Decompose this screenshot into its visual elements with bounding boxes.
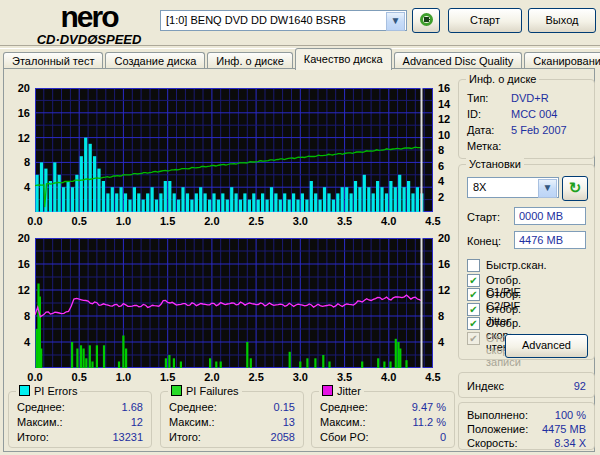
stat-label: Среднее: xyxy=(17,401,65,413)
end-position-input[interactable] xyxy=(514,231,586,249)
progress-row: Выполнено:100 % xyxy=(467,409,586,422)
y-axis-tick-left: 20 xyxy=(2,82,30,94)
progress-row: Скорость:8.34 X xyxy=(467,437,586,450)
tab-disc-quality[interactable]: Качество диска xyxy=(295,48,392,70)
start-position-input[interactable] xyxy=(514,207,586,225)
exit-button[interactable]: Выход xyxy=(528,8,596,33)
tab-strip: Эталонный тестСоздание дискаИнф. о диске… xyxy=(3,48,600,69)
y-axis-tick-left: 8 xyxy=(2,156,30,168)
stat-row: Среднее:1.68 xyxy=(17,401,143,414)
stat-label: Итого: xyxy=(17,431,49,443)
stat-row: Итого:13231 xyxy=(17,431,143,444)
nero-logo: nero CD·DVDØSPEED xyxy=(14,2,164,46)
speed-select-value: 8X xyxy=(473,181,486,193)
stat-box-title: Jitter xyxy=(319,385,364,397)
stat-row: Максим.:12 xyxy=(17,416,143,429)
start-position-label: Старт: xyxy=(467,211,500,223)
progress-label: Выполнено: xyxy=(467,409,528,421)
disc-info-row: Метка: xyxy=(467,140,586,153)
y-axis-tick-left: 8 xyxy=(2,310,30,322)
x-axis-tick: 1.5 xyxy=(155,371,181,383)
x-axis-tick: 1.0 xyxy=(110,215,136,227)
disc-info-row: Дата:5 Feb 2007 xyxy=(467,124,586,137)
advanced-button[interactable]: Advanced xyxy=(505,334,588,358)
y-axis-tick-left: 12 xyxy=(2,284,30,296)
y-axis-tick-left: 16 xyxy=(2,107,30,119)
pi-failures-legend-icon xyxy=(171,385,182,396)
progress-label: Положение: xyxy=(467,423,528,435)
start-button[interactable]: Старт xyxy=(448,8,522,33)
speed-select[interactable]: 8X ▼ xyxy=(467,177,559,198)
nero-cd-dvd-speed-window: nero CD·DVDØSPEED [1:0] BENQ DVD DD DW16… xyxy=(0,0,600,455)
x-axis-tick: 0.5 xyxy=(66,371,92,383)
progress-value: 100 % xyxy=(555,409,586,421)
y-axis-tick-left: 16 xyxy=(2,258,30,270)
progress-label: Скорость: xyxy=(467,437,518,449)
stat-row: Максим.:11.2 % xyxy=(320,416,446,429)
index-value: 92 xyxy=(574,380,586,392)
stat-value: 12 xyxy=(131,416,143,428)
progress-group: Выполнено:100 %Положение:4475 MBСкорость… xyxy=(458,402,595,450)
stat-label: Среднее: xyxy=(169,401,217,413)
checked-checkbox-icon[interactable]: ✔ xyxy=(467,274,480,287)
disc-info-row: ID:MCC 004 xyxy=(467,108,586,121)
end-position-label: Конец: xyxy=(467,235,501,247)
stat-box-title: PI Failures xyxy=(168,385,242,397)
x-axis-tick: 4.5 xyxy=(420,371,446,383)
disc-info-label: Метка: xyxy=(467,140,501,152)
disc-info-label: Дата: xyxy=(467,124,494,136)
stat-value: 11.2 % xyxy=(413,416,446,428)
y-axis-tick-left: 4 xyxy=(2,336,30,348)
disc-info-label: Тип: xyxy=(467,92,488,104)
x-axis-tick: 3.5 xyxy=(332,371,358,383)
drive-select[interactable]: [1:0] BENQ DVD DD DW1640 BSRB ▼ xyxy=(160,10,407,31)
stat-row: Среднее:0.15 xyxy=(169,401,295,414)
stat-value: 0 xyxy=(440,431,446,443)
disc-info-row: Тип:DVD+R xyxy=(467,92,586,105)
stat-value: 13 xyxy=(283,416,295,428)
stat-label: Максим.: xyxy=(320,416,366,428)
x-axis-tick: 3.0 xyxy=(287,371,313,383)
nero-logo-text: nero xyxy=(14,2,164,32)
checked-checkbox-icon[interactable]: ✔ xyxy=(467,332,480,345)
checked-checkbox-icon[interactable]: ✔ xyxy=(467,317,480,330)
stat-box-pi-failures: PI FailuresСреднее:0.15Максим.:13Итого:2… xyxy=(160,391,304,448)
disc-info-value: DVD+R xyxy=(511,92,549,104)
stat-label: Итого: xyxy=(169,431,201,443)
progress-value: 8.34 X xyxy=(554,437,586,449)
stat-label: Сбои PO: xyxy=(320,431,369,443)
stat-box-jitter: JitterСреднее:9.47 %Максим.:11.2 %Сбои P… xyxy=(311,391,455,448)
pi-failures-chart xyxy=(35,238,433,368)
refresh-button[interactable]: ↻ xyxy=(562,176,588,201)
chevron-down-icon[interactable]: ▼ xyxy=(386,12,405,31)
y-axis-tick-left: 12 xyxy=(2,132,30,144)
eject-button[interactable] xyxy=(412,8,440,33)
checked-checkbox-icon[interactable]: ✔ xyxy=(467,288,480,301)
x-axis-tick: 2.5 xyxy=(243,371,269,383)
stat-row: Сбои PO:0 xyxy=(320,431,446,444)
x-axis-tick: 2.0 xyxy=(199,371,225,383)
y-axis-tick-left: 4 xyxy=(2,181,30,193)
stat-label: Среднее: xyxy=(320,401,368,413)
drive-select-value: [1:0] BENQ DVD DD DW1640 BSRB xyxy=(166,14,346,26)
disc-info-value: MCC 004 xyxy=(511,108,557,120)
stat-row: Итого:2058 xyxy=(169,431,295,444)
stat-row: Максим.:13 xyxy=(169,416,295,429)
disc-info-group: Инф. о диске Тип:DVD+RID:MCC 004Дата:5 F… xyxy=(458,79,595,159)
disc-icon xyxy=(420,13,433,26)
x-axis-tick: 0.0 xyxy=(22,215,48,227)
stat-label: Максим.: xyxy=(169,416,215,428)
stat-value: 0.15 xyxy=(274,401,295,413)
y-axis-tick-left: 20 xyxy=(2,232,30,244)
x-axis-tick: 0.0 xyxy=(22,371,48,383)
stat-value: 1.68 xyxy=(122,401,143,413)
checked-checkbox-icon[interactable]: ✔ xyxy=(467,303,480,316)
progress-value: 4475 MB xyxy=(542,423,586,435)
x-axis-tick: 3.0 xyxy=(287,215,313,227)
checkbox-label: Быстр.скан. xyxy=(486,259,547,271)
x-axis-tick: 4.0 xyxy=(376,371,402,383)
unchecked-checkbox-icon[interactable] xyxy=(467,259,480,272)
progress-row: Положение:4475 MB xyxy=(467,423,586,436)
pi-errors-chart xyxy=(35,88,433,212)
chevron-down-icon[interactable]: ▼ xyxy=(538,179,557,198)
